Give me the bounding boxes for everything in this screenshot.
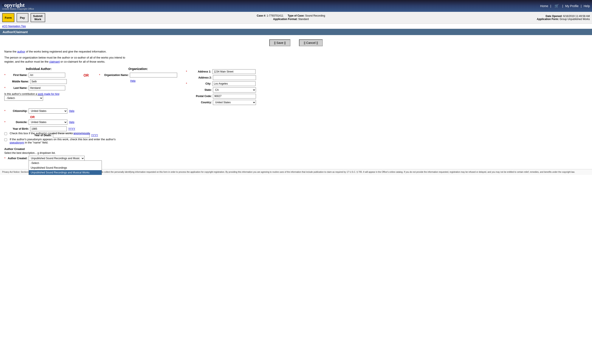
last-name-row: * Last Name:: [4, 86, 73, 90]
author-created-dropdown-container: -Select- Unpublished Sound Recordings Un…: [29, 156, 85, 161]
logo-c-circle: C: [2, 3, 4, 7]
domicile-help-link[interactable]: Help: [69, 121, 74, 124]
last-name-input[interactable]: [29, 86, 65, 90]
address1-row: * Address 1:: [186, 69, 256, 74]
case-info: Case #: 1-7793701411 Type of Case: Sound…: [47, 14, 535, 21]
country-select[interactable]: United States Other: [213, 100, 256, 105]
state-label: State:: [188, 88, 212, 91]
cancel-button[interactable]: || Cancel ||: [299, 39, 323, 46]
top-bar: Form Pay Submit Work Case #: 1-779370141…: [0, 12, 592, 24]
organization-col: Organization: * Organization Name: Help: [99, 67, 177, 82]
address2-label: Address 2:: [188, 76, 212, 79]
author-created-label: Author Created:: [6, 157, 27, 160]
year-of-birth-input[interactable]: [30, 126, 67, 131]
author-created-select[interactable]: -Select- Unpublished Sound Recordings Un…: [29, 156, 85, 161]
submit-work-button[interactable]: Submit Work: [31, 13, 45, 22]
state-select[interactable]: CA NY TX: [213, 87, 256, 92]
year-of-birth-row: Year of Birth: YYYY: [4, 126, 588, 131]
wfh-link[interactable]: work made for hire: [38, 92, 59, 96]
dropdown-opt-2[interactable]: Unpublished Sound Recordings and Musical…: [29, 170, 102, 175]
app-form-label: Application Form:: [537, 18, 559, 21]
description-text2: The person or organization below must be…: [4, 56, 181, 64]
first-name-input[interactable]: [29, 73, 65, 78]
pseudonym-link[interactable]: pseudonym: [10, 141, 24, 144]
sub-nav: eCO Navigation Tips: [0, 24, 592, 29]
case-label: Case #:: [257, 14, 266, 17]
author-link[interactable]: author: [17, 50, 25, 53]
anonymous-link[interactable]: anonymously: [73, 132, 90, 135]
help-link-header[interactable]: Help: [584, 4, 590, 8]
pay-button[interactable]: Pay: [17, 13, 28, 22]
address1-input[interactable]: [212, 69, 256, 74]
desc-line1-after: of the works being registered and give t…: [25, 50, 106, 53]
first-name-row: * First Name:: [4, 73, 73, 78]
date-info: Date Opened: 6/16/2019 11:49:58 AM Appli…: [537, 15, 590, 21]
city-required: *: [186, 82, 187, 85]
desc-line1-before: Name the: [4, 50, 17, 53]
address-section: * Address 1: Address 2: * City:: [186, 69, 256, 105]
middle-name-row: Middle Name:: [4, 79, 73, 84]
or-domicile-label: OR: [30, 115, 588, 119]
date-opened-label: Date Opened:: [546, 15, 563, 18]
author-created-required: *: [4, 157, 5, 160]
logo-subtitle: United States Copyright Office: [2, 7, 34, 10]
address2-input[interactable]: [213, 75, 256, 80]
citizenship-select[interactable]: United States Other: [29, 108, 67, 114]
citizenship-required: *: [4, 109, 5, 113]
home-link[interactable]: Home: [540, 4, 548, 8]
wfh-label-after: :: [59, 92, 60, 96]
address2-row: Address 2:: [186, 75, 256, 80]
individual-author-col: Individual Author: * First Name: Middle …: [4, 67, 73, 103]
citizenship-row: * Citizenship: United States Other Help: [4, 108, 588, 114]
org-help-link[interactable]: Help: [130, 79, 136, 82]
postal-input[interactable]: [213, 94, 256, 98]
date-opened-value: 6/16/2019 11:49:58 AM: [563, 15, 590, 18]
city-input[interactable]: [212, 81, 256, 86]
first-name-label: First Name:: [6, 74, 27, 77]
save-button[interactable]: || Save ||: [269, 39, 290, 46]
work-for-hire-select[interactable]: -Select- Yes No: [4, 96, 43, 101]
cart-icon[interactable]: 🛒: [554, 4, 559, 8]
individual-author-header: Individual Author:: [4, 67, 73, 71]
anonymous-text: Check this box if the author(s) created …: [10, 132, 91, 135]
citizenship-help-link[interactable]: Help: [69, 110, 74, 112]
domicile-select[interactable]: United States Other: [29, 120, 67, 125]
eco-tips-link[interactable]: eCO Navigation Tips: [2, 25, 26, 28]
postal-label: Postal Code:: [188, 95, 212, 98]
desc-line2-after: or co-claimant for all of those works.: [60, 60, 105, 63]
form-button[interactable]: Form: [2, 13, 14, 22]
address1-label: Address 1:: [188, 70, 211, 73]
org-name-input[interactable]: [130, 73, 177, 78]
address-col: * Address 1: Address 2: * City:: [186, 67, 256, 106]
section-header: Author/Claimant: [0, 29, 592, 35]
org-name-label: Organization Name:: [100, 74, 129, 77]
desc-line2: The person or organization below must be…: [4, 56, 125, 59]
dropdown-opt-select[interactable]: -Select-: [29, 161, 102, 165]
author-created-desc: Select the best description... g dropdow…: [4, 151, 588, 155]
domicile-required: *: [4, 120, 5, 124]
year-of-death-yyyy[interactable]: YYYY: [91, 134, 98, 137]
app-format-value: Standard: [298, 18, 309, 21]
pseudonym-checkbox[interactable]: [4, 138, 7, 141]
desc-line2-part2: register, and the author must be the: [4, 60, 49, 63]
type-value: Sound Recording: [305, 14, 325, 17]
anonymous-checkbox[interactable]: [4, 132, 7, 135]
type-label: Type of Case:: [288, 14, 304, 17]
case-value: 1-7793701411: [267, 14, 283, 17]
country-row: Country: United States Other: [186, 100, 256, 105]
columns-row: Individual Author: * First Name: Middle …: [4, 67, 588, 106]
nav-sep3: |: [581, 4, 583, 8]
author-created-dropdown-open[interactable]: -Select- Unpublished Sound Recordings Un…: [29, 161, 102, 175]
middle-name-input[interactable]: [30, 79, 67, 84]
logo-area: C opyright United States Copyright Offic…: [2, 2, 34, 10]
org-required: *: [99, 73, 100, 77]
claimant-link[interactable]: claimant: [49, 60, 60, 63]
author-created-section: Author Created Select the best descripti…: [4, 147, 588, 161]
my-profile-link[interactable]: My Profile: [565, 4, 579, 8]
dropdown-opt-1[interactable]: Unpublished Sound Recordings: [29, 165, 102, 170]
app-form-value: Group Unpublished Works: [559, 18, 590, 21]
first-name-required: *: [4, 73, 5, 77]
year-of-birth-yyyy[interactable]: YYYY: [68, 127, 75, 130]
citizenship-label: Citizenship:: [6, 110, 27, 112]
city-label: City:: [188, 82, 211, 85]
